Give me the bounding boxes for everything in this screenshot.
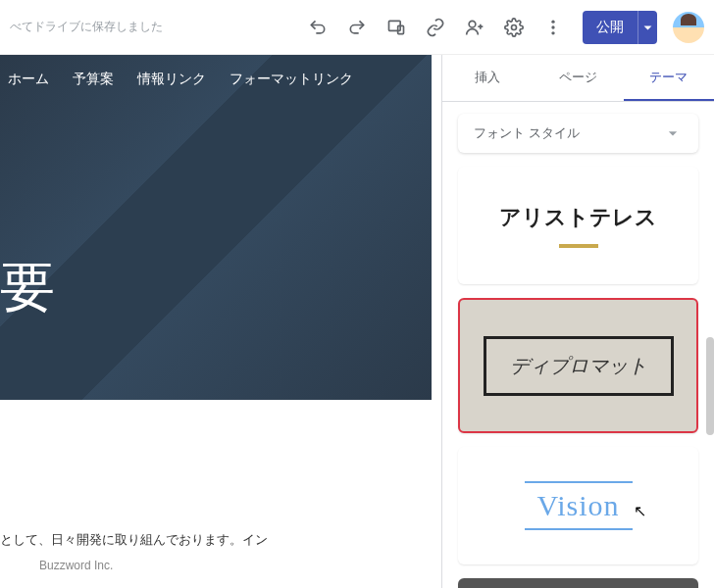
copyright-text: Buzzword Inc.: [0, 559, 268, 572]
theme-aristotle-label: アリストテレス: [499, 203, 657, 248]
chevron-down-icon: [663, 123, 683, 143]
gear-icon: [504, 18, 524, 37]
nav-budget[interactable]: 予算案: [73, 71, 114, 88]
undo-button[interactable]: [300, 10, 335, 45]
sidebar-body: フォント スタイル アリストテレス ディプロマット Vision ↖: [442, 102, 714, 588]
theme-vision[interactable]: Vision: [458, 447, 698, 564]
person-add-icon: [465, 18, 484, 37]
theme-diplomat[interactable]: ディプロマット: [458, 298, 698, 433]
sidebar-tabs: 挿入 ページ テーマ: [442, 55, 714, 102]
more-button[interactable]: [536, 10, 571, 45]
chevron-down-icon: [638, 18, 657, 37]
preview-button[interactable]: [379, 10, 414, 45]
redo-icon: [347, 18, 367, 37]
font-style-label: フォント スタイル: [474, 124, 580, 142]
theme-aristotle[interactable]: アリストテレス: [458, 167, 698, 284]
svg-point-6: [551, 31, 554, 34]
body-text-line: として、日々開発に取り組んでおります。イン: [0, 531, 268, 549]
undo-icon: [308, 18, 328, 37]
site-nav: ホーム 予算案 情報リンク フォーマットリンク: [0, 55, 432, 104]
vision-line-bottom: [525, 528, 633, 530]
right-sidebar: 挿入 ページ テーマ フォント スタイル アリストテレス ディプロマット Vis…: [441, 55, 714, 588]
nav-info[interactable]: 情報リンク: [137, 71, 206, 88]
redo-button[interactable]: [339, 10, 375, 45]
hero-section: ホーム 予算案 情報リンク フォーマットリンク 要: [0, 55, 432, 400]
nav-format[interactable]: フォーマットリンク: [230, 71, 353, 88]
hero-title[interactable]: 要: [0, 251, 55, 325]
main-area: ホーム 予算案 情報リンク フォーマットリンク 要 として、日々開発に取り組んで…: [0, 55, 714, 588]
scrollbar-thumb[interactable]: [706, 337, 714, 435]
page-canvas[interactable]: ホーム 予算案 情報リンク フォーマットリンク 要 として、日々開発に取り組んで…: [0, 55, 441, 588]
settings-button[interactable]: [496, 10, 532, 45]
theme-vision-label: Vision: [536, 489, 619, 522]
more-vert-icon: [543, 18, 563, 37]
tab-pages[interactable]: ページ: [533, 55, 623, 101]
theme-diplomat-label: ディプロマット: [484, 336, 674, 396]
svg-point-2: [469, 21, 476, 27]
svg-point-3: [512, 24, 517, 29]
devices-icon: [386, 18, 406, 37]
tab-theme[interactable]: テーマ: [624, 55, 714, 101]
svg-point-4: [551, 20, 554, 23]
publish-group: 公開: [583, 11, 657, 44]
theme-dark-partial[interactable]: [458, 578, 698, 588]
vision-line-top: [525, 481, 633, 483]
publish-button[interactable]: 公開: [583, 11, 638, 44]
save-status-text: べてドライブに保存しました: [10, 19, 296, 35]
publish-dropdown-button[interactable]: [638, 11, 657, 44]
tab-insert[interactable]: 挿入: [442, 55, 533, 101]
user-avatar[interactable]: [673, 12, 704, 43]
font-style-dropdown[interactable]: フォント スタイル: [458, 114, 698, 153]
nav-home[interactable]: ホーム: [8, 71, 49, 88]
top-toolbar: べてドライブに保存しました 公開: [0, 0, 714, 55]
share-button[interactable]: [457, 10, 492, 45]
svg-point-5: [551, 25, 554, 28]
body-text-block[interactable]: として、日々開発に取り組んでおります。イン Buzzword Inc.: [0, 531, 268, 572]
link-icon: [426, 18, 445, 37]
link-button[interactable]: [418, 10, 453, 45]
